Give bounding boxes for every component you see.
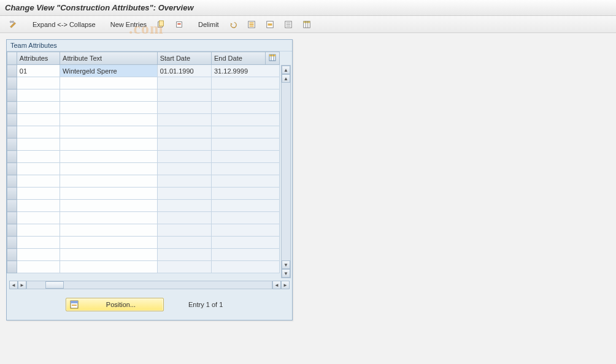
cell-attribute-text[interactable] <box>60 102 158 114</box>
row-selector[interactable] <box>7 77 17 89</box>
row-selector[interactable] <box>7 163 17 175</box>
cell-end-date[interactable] <box>211 77 279 89</box>
new-entries-button[interactable]: New Entries <box>106 18 151 31</box>
cell-attribute-text[interactable] <box>60 138 158 151</box>
cell-attribute-text[interactable] <box>60 126 158 138</box>
row-selector[interactable] <box>7 175 17 188</box>
cell-start-date[interactable] <box>157 114 211 126</box>
column-header-attributes[interactable]: Attributes <box>17 52 60 65</box>
toggle-display-change-button[interactable] <box>5 18 22 31</box>
scroll-up-icon[interactable]: ▲ <box>282 66 290 74</box>
row-selector[interactable] <box>7 114 17 126</box>
select-all-button[interactable] <box>243 18 260 31</box>
cell-attributes[interactable] <box>17 212 60 224</box>
cell-end-date[interactable] <box>211 89 279 102</box>
cell-end-date[interactable] <box>211 224 279 237</box>
cell-attributes[interactable] <box>17 237 60 249</box>
row-selector[interactable] <box>7 237 17 249</box>
cell-end-date[interactable] <box>211 188 279 200</box>
cell-attributes[interactable] <box>17 151 60 163</box>
horizontal-scrollbar[interactable] <box>26 281 272 289</box>
cell-end-date[interactable] <box>211 212 279 224</box>
cell-attributes[interactable] <box>17 77 60 89</box>
scroll-first-col-button[interactable]: ◄ <box>9 281 18 289</box>
cell-start-date[interactable] <box>157 89 211 102</box>
cell-start-date[interactable] <box>157 102 211 114</box>
cell-start-date[interactable] <box>157 200 211 212</box>
cell-attribute-text[interactable] <box>60 224 158 237</box>
cell-start-date[interactable] <box>157 249 211 261</box>
cell-end-date[interactable] <box>211 261 279 273</box>
scroll-last-col-button[interactable]: ► <box>281 281 290 289</box>
cell-start-date[interactable] <box>157 175 211 188</box>
scroll-down-icon[interactable]: ▼ <box>282 269 290 278</box>
cell-end-date[interactable] <box>211 126 279 138</box>
cell-attribute-text[interactable] <box>60 200 158 212</box>
row-selector[interactable] <box>7 89 17 102</box>
cell-attribute-text[interactable] <box>60 114 158 126</box>
cell-attributes[interactable] <box>17 163 60 175</box>
cell-end-date[interactable] <box>211 138 279 151</box>
cell-attributes[interactable] <box>17 224 60 237</box>
row-selector[interactable] <box>7 188 17 200</box>
row-selector[interactable] <box>7 200 17 212</box>
cell-end-date[interactable] <box>211 175 279 188</box>
select-block-button[interactable] <box>261 18 279 31</box>
vertical-scrollbar[interactable]: ▲ ▲ ▼ ▼ <box>281 65 291 278</box>
cell-end-date[interactable] <box>211 249 279 261</box>
cell-start-date[interactable] <box>157 77 211 89</box>
cell-attributes[interactable]: 01 <box>17 65 60 77</box>
cell-start-date[interactable]: 01.01.1990 <box>157 65 211 77</box>
undo-change-button[interactable] <box>225 18 242 31</box>
cell-start-date[interactable] <box>157 126 211 138</box>
scroll-prev-col-button[interactable]: ► <box>18 281 26 289</box>
row-selector[interactable] <box>7 126 17 138</box>
cell-attributes[interactable] <box>17 114 60 126</box>
cell-attributes[interactable] <box>17 102 60 114</box>
copy-as-button[interactable] <box>152 18 169 31</box>
cell-attribute-text[interactable] <box>60 175 158 188</box>
cell-attributes[interactable] <box>17 89 60 102</box>
row-selector[interactable] <box>7 249 17 261</box>
column-header-end-date[interactable]: End Date <box>211 52 265 65</box>
cell-attribute-text[interactable]: Wintergeld Sperre <box>60 65 158 77</box>
cell-attribute-text[interactable] <box>60 212 158 224</box>
hscroll-thumb[interactable] <box>45 281 64 289</box>
cell-attributes[interactable] <box>17 200 60 212</box>
configure-columns-button[interactable] <box>266 52 280 65</box>
cell-attribute-text[interactable] <box>60 163 158 175</box>
cell-attributes[interactable] <box>17 188 60 200</box>
cell-start-date[interactable] <box>157 224 211 237</box>
cell-end-date[interactable] <box>211 200 279 212</box>
deselect-all-button[interactable] <box>280 18 297 31</box>
delimit-button[interactable]: Delimit <box>194 18 223 31</box>
cell-start-date[interactable] <box>157 261 211 273</box>
expand-collapse-button[interactable]: Expand <-> Collapse <box>28 18 100 31</box>
cell-end-date[interactable] <box>211 102 279 114</box>
cell-end-date[interactable] <box>211 114 279 126</box>
cell-attributes[interactable] <box>17 249 60 261</box>
cell-start-date[interactable] <box>157 188 211 200</box>
cell-attribute-text[interactable] <box>60 77 158 89</box>
cell-start-date[interactable] <box>157 163 211 175</box>
cell-start-date[interactable] <box>157 212 211 224</box>
column-header-attribute-text[interactable]: Attribute Text <box>60 52 158 65</box>
scroll-next-col-button[interactable]: ◄ <box>272 281 281 289</box>
row-selector-header[interactable] <box>7 52 17 65</box>
row-selector[interactable] <box>7 151 17 163</box>
cell-attributes[interactable] <box>17 175 60 188</box>
row-selector[interactable] <box>7 212 17 224</box>
cell-attributes[interactable] <box>17 126 60 138</box>
table-settings-button[interactable] <box>298 18 315 31</box>
cell-attributes[interactable] <box>17 138 60 151</box>
row-selector[interactable] <box>7 224 17 237</box>
row-selector[interactable] <box>7 65 17 77</box>
cell-end-date[interactable] <box>211 163 279 175</box>
cell-attribute-text[interactable] <box>60 237 158 249</box>
cell-start-date[interactable] <box>157 138 211 151</box>
cell-attribute-text[interactable] <box>60 89 158 102</box>
row-selector[interactable] <box>7 102 17 114</box>
cell-start-date[interactable] <box>157 237 211 249</box>
cell-end-date[interactable]: 31.12.9999 <box>211 65 279 77</box>
delete-button[interactable] <box>171 18 188 31</box>
